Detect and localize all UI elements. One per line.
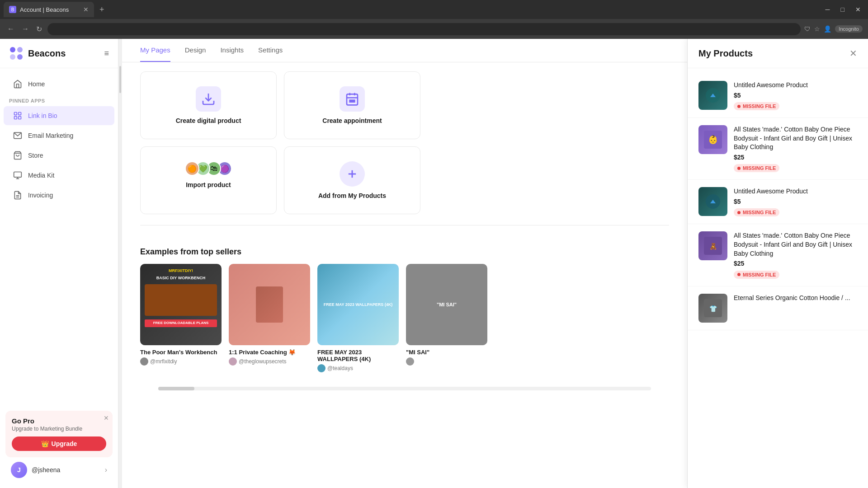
product-item-3[interactable]: Untitled Awesome Product $5 MISSING FILE	[688, 180, 868, 224]
divider	[140, 225, 669, 225]
create-digital-product-label: Create digital product	[176, 117, 241, 124]
product-thumb-2: 👶	[698, 125, 727, 154]
missing-dot-1	[737, 105, 741, 108]
sidebar-footer: ✕ Go Pro Upgrade to Marketing Bundle 👑 U…	[0, 405, 118, 488]
example-card-coaching[interactable]: 1:1 Private Coaching 🦊 @theglowupsecrets	[229, 264, 310, 372]
sidebar-nav: Home PINNED APPS Link in Bio Email Marke…	[0, 68, 118, 405]
close-tab-button[interactable]: ✕	[83, 6, 89, 13]
tab-title: Account | Beacons	[20, 6, 69, 13]
sidebar-invoicing-label: Invoicing	[28, 192, 53, 199]
top-nav: My Pages Design Insights Settings	[122, 39, 687, 62]
examples-grid: MRFIXITDIY! BASIC DIY WORKBENCH FREE DOW…	[140, 264, 669, 372]
add-from-my-products-label: Add from My Products	[318, 192, 386, 199]
svg-text:👕: 👕	[709, 305, 717, 313]
username: @jsheena	[32, 466, 60, 474]
app-layout: Beacons ≡ Home PINNED APPS Link in Bio	[0, 39, 868, 488]
svg-rect-16	[347, 94, 358, 105]
new-tab-button[interactable]: +	[99, 5, 104, 14]
left-scrollbar[interactable]	[118, 39, 122, 488]
sidebar-store-label: Store	[28, 152, 43, 159]
product-thumb-1	[698, 81, 727, 110]
sidebar-item-email-marketing[interactable]: Email Marketing	[4, 126, 114, 145]
example-author-workbench: @mrfixitdiy	[140, 357, 222, 366]
logo-area: Beacons	[9, 46, 66, 61]
svg-rect-21	[353, 100, 354, 102]
missing-dot-2	[737, 167, 741, 170]
pinned-apps-label: PINNED APPS	[0, 94, 118, 105]
product-price-4: $25	[734, 260, 857, 267]
product-item-1[interactable]: Untitled Awesome Product $5 MISSING FILE	[688, 74, 868, 118]
product-item-5[interactable]: 👕 Eternal Series Organic Cotton Hoodie /…	[688, 286, 868, 330]
product-info-5: Eternal Series Organic Cotton Hoodie / .…	[734, 294, 857, 323]
logo-text: Beacons	[28, 48, 66, 59]
go-pro-close-button[interactable]: ✕	[104, 414, 109, 422]
missing-badge-2: MISSING FILE	[734, 164, 779, 172]
example-thumb-wallpapers: FREE MAY 2023 WALLPAPERS (4K)	[317, 264, 399, 345]
sidebar-item-link-in-bio[interactable]: Link in Bio	[4, 106, 114, 125]
profile-icon[interactable]: 👤	[824, 25, 831, 33]
maximize-button[interactable]: □	[837, 5, 848, 14]
create-digital-product-card[interactable]: Create digital product	[140, 71, 277, 139]
store-icon	[13, 150, 23, 160]
mediakit-icon	[13, 170, 23, 180]
refresh-button[interactable]: ↻	[34, 23, 44, 35]
example-card-workbench[interactable]: MRFIXITDIY! BASIC DIY WORKBENCH FREE DOW…	[140, 264, 222, 372]
product-thumb-4: 🧸	[698, 231, 727, 260]
cards-section: Create digital product Create appointmen…	[122, 62, 687, 214]
scrollbar-thumb	[119, 66, 121, 93]
invoice-icon	[13, 190, 23, 200]
address-input[interactable]: account.beacons.ai/account/2986bd19-2f7b…	[47, 23, 801, 35]
sidebar-item-invoicing[interactable]: Invoicing	[4, 186, 114, 205]
tab-settings[interactable]: Settings	[258, 39, 283, 62]
missing-label-1: MISSING FILE	[743, 103, 776, 109]
product-item-2[interactable]: 👶 All States 'made.' Cotton Baby One Pie…	[688, 118, 868, 180]
forward-button[interactable]: →	[20, 23, 31, 35]
example-name-workbench: The Poor Man's Workbench	[140, 349, 222, 356]
panel-close-button[interactable]: ✕	[849, 48, 857, 59]
calendar-icon	[340, 86, 365, 112]
sidebar-item-home[interactable]: Home	[4, 75, 114, 94]
create-appointment-card[interactable]: Create appointment	[284, 71, 420, 139]
star-icon[interactable]: ☆	[814, 25, 820, 33]
example-author-wallpapers: @tealdays	[317, 364, 399, 372]
import-product-card[interactable]: 🟠 💚 🛍 🟣 Import product	[140, 146, 277, 214]
menu-toggle-icon[interactable]: ≡	[104, 49, 109, 58]
example-name-misc: "MI SAI"	[406, 349, 487, 356]
minimize-button[interactable]: ─	[822, 5, 834, 14]
sidebar-item-media-kit[interactable]: Media Kit	[4, 166, 114, 185]
product-thumb-3	[698, 187, 727, 216]
example-thumb-misc: "MI SAI"	[406, 264, 487, 345]
user-row[interactable]: J @jsheena ›	[5, 457, 113, 483]
back-button[interactable]: ←	[5, 23, 16, 35]
upgrade-button[interactable]: 👑 Upgrade	[12, 436, 106, 451]
address-bar-row: ← → ↻ account.beacons.ai/account/2986bd1…	[0, 19, 868, 39]
product-thumb-5: 👕	[698, 294, 727, 323]
examples-section: Examples from top sellers MRFIXITDIY! BA…	[122, 236, 687, 383]
missing-badge-3: MISSING FILE	[734, 208, 779, 216]
example-name-wallpapers: FREE MAY 2023 WALLPAPERS (4K)	[317, 349, 399, 362]
right-panel: My Products ✕ Untitled Awesome Product $…	[687, 39, 868, 488]
logo-icon	[9, 46, 24, 61]
tab-my-pages[interactable]: My Pages	[140, 39, 170, 62]
svg-rect-20	[350, 100, 352, 102]
example-card-misc[interactable]: "MI SAI" "MI SAI"	[406, 264, 487, 372]
browser-tab[interactable]: B Account | Beacons ✕	[4, 2, 94, 17]
content-area: Create digital product Create appointmen…	[122, 62, 687, 488]
missing-dot-4	[737, 273, 741, 276]
panel-title: My Products	[698, 48, 753, 59]
close-window-button[interactable]: ✕	[852, 5, 864, 14]
svg-point-1	[17, 47, 23, 52]
product-price-1: $5	[734, 92, 857, 99]
author-avatar-misc	[406, 357, 414, 366]
product-item-4[interactable]: 🧸 All States 'made.' Cotton Baby One Pie…	[688, 224, 868, 286]
bottom-scrollbar[interactable]	[158, 387, 651, 390]
sidebar-item-store[interactable]: Store	[4, 146, 114, 165]
add-from-my-products-card[interactable]: Add from My Products	[284, 146, 420, 214]
tab-design[interactable]: Design	[185, 39, 206, 62]
sidebar-mediakit-label: Media Kit	[28, 172, 54, 179]
tab-insights[interactable]: Insights	[220, 39, 244, 62]
author-name-tealdays: @tealdays	[327, 365, 353, 371]
example-card-wallpapers[interactable]: FREE MAY 2023 WALLPAPERS (4K) FREE MAY 2…	[317, 264, 399, 372]
svg-point-2	[10, 54, 15, 60]
window-controls: ─ □ ✕	[822, 5, 864, 14]
